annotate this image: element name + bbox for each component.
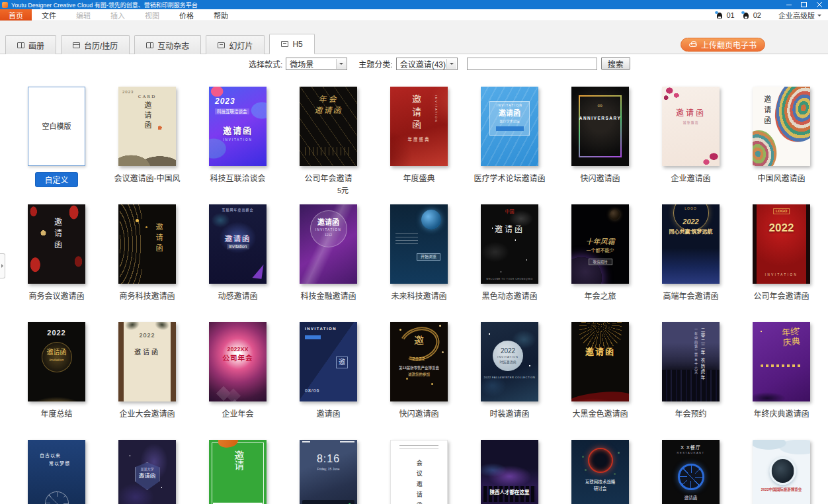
style-select[interactable]: 微场景: [286, 58, 347, 70]
app-logo-icon: [2, 2, 8, 8]
template-thumb[interactable]: 2023CARD邀请函: [118, 87, 176, 166]
template-thumb[interactable]: 邀请函: [28, 204, 85, 284]
menu-item-price[interactable]: 价格: [169, 9, 204, 21]
template-thumb[interactable]: 邀请函诚挚邀请: [662, 87, 720, 166]
thumb-text: 邀请函: [143, 101, 151, 131]
qq-account-icon[interactable]: [743, 11, 749, 19]
maximize-icon[interactable]: [796, 0, 811, 9]
template-thumb[interactable]: LOGO2022同心共赢 筑梦远航: [662, 204, 720, 284]
dropdown-arrow-box[interactable]: [336, 59, 346, 69]
template-thumb[interactable]: 二零二二年 农历虎年一年中的第三百五十六天: [662, 322, 720, 401]
thumb-text: LOGO: [773, 208, 790, 214]
menubar-right: 01 02 企业高级版: [716, 9, 828, 21]
template-thumb[interactable]: 邀2022第13届新零售产业博览会诚邀您的参加: [390, 322, 448, 401]
filter-bar: 选择款式: 微场景 主题分类: 会议邀请(43) 搜索: [249, 57, 828, 70]
thumb-text: 互联网技术战略: [585, 480, 616, 484]
menu-item-view: 视图: [135, 9, 169, 21]
template-thumb[interactable]: 某某大学邀请函: [118, 440, 176, 504]
thumb-text: 科技互联洽谈会: [215, 108, 249, 114]
close-icon[interactable]: [811, 0, 827, 9]
thumb-text: INVITATION: [497, 104, 523, 107]
template-thumb[interactable]: X X餐厅RESTAURANT邀请函: [662, 440, 720, 504]
template-thumb[interactable]: 年终庆典: [753, 322, 810, 401]
thumb-text: 邀请函: [52, 218, 62, 251]
thumb-text: 诚邀您的参加: [408, 372, 430, 376]
upload-ebook-button[interactable]: 上传翻页电子书: [681, 38, 765, 52]
template-thumb[interactable]: 2022邀请函Invitation: [28, 322, 85, 401]
account-label-1[interactable]: 01: [727, 11, 735, 19]
dropdown-arrow-box[interactable]: [446, 59, 456, 69]
thumb-text: 邀: [414, 335, 424, 347]
template-thumb[interactable]: 互联网技术战略研讨会: [571, 440, 629, 504]
template-thumb[interactable]: 邀请“会呼吸的空气”主题艺术展: [209, 440, 267, 504]
thumb-text: 邀请: [232, 450, 243, 470]
titlebar: Youtu Designer Creative Cloud 有图-领先的创意、营…: [0, 0, 828, 9]
template-thumb[interactable]: 会议邀请函: [390, 440, 448, 504]
template-thumb[interactable]: INVITATION邀请函医疗学术论坛: [481, 87, 538, 166]
content-area: 选择款式: 微场景 主题分类: 会议邀请(43) 搜索 空白模版自定义2023C…: [0, 57, 828, 504]
template-cell: 互联网年度高峰会邀请函Invitation动感邀请函: [209, 204, 267, 322]
tab-calendar[interactable]: 台历/挂历: [61, 35, 130, 54]
tab-slides[interactable]: 幻灯片: [206, 35, 265, 54]
template-thumb[interactable]: 互联网年度高峰会邀请函Invitation: [209, 204, 267, 284]
menu-item-file[interactable]: 文件: [32, 9, 66, 21]
template-thumb[interactable]: ANNIVERSARY: [571, 87, 629, 166]
template-thumb[interactable]: LOGO2022INVITATION: [753, 204, 810, 284]
template-thumb[interactable]: 2022邀请函: [118, 322, 176, 401]
menu-item-home[interactable]: 首页: [0, 9, 32, 21]
template-thumb[interactable]: 自古以来常以梦想: [28, 440, 85, 504]
template-thumb[interactable]: 开始浏览: [390, 204, 448, 284]
thumb-text: 2022: [139, 332, 155, 339]
style-select-value: 微场景: [290, 58, 313, 69]
template-label: 企业大会邀请函: [119, 407, 175, 419]
template-thumb[interactable]: 2023科技互联洽谈会邀请函INVITATION: [209, 87, 267, 166]
template-label: 年度盛典: [403, 172, 435, 183]
template-thumb[interactable]: 邀请函: [118, 204, 176, 284]
tab-magazine[interactable]: 互动杂志: [134, 35, 201, 54]
tab-h5[interactable]: H5: [269, 34, 314, 54]
template-thumb[interactable]: 邀请函INVITATION年度盛典: [390, 87, 448, 166]
template-cell: 邀请“会呼吸的空气”主题艺术展: [209, 440, 267, 504]
template-thumb[interactable]: 年会邀请函: [300, 87, 357, 166]
search-input[interactable]: [467, 58, 597, 70]
thumb-text: 年终庆典: [782, 326, 806, 348]
template-grid: 空白模版自定义2023CARD邀请函会议邀请函-中国风2023科技互联洽谈会邀请…: [0, 70, 828, 504]
template-thumb[interactable]: 8:16Friday, 15 June: [300, 440, 357, 504]
qq-account-icon[interactable]: [716, 11, 723, 19]
menu-item-help[interactable]: 帮助: [204, 9, 238, 21]
template-cell: 空白模版自定义: [28, 87, 85, 204]
template-thumb[interactable]: 陕西人才都在这里中国·西安: [481, 440, 538, 504]
thumb-text: 常以梦想: [49, 461, 70, 466]
tab-album[interactable]: 画册: [5, 35, 56, 54]
template-label: 邀请函: [316, 407, 340, 419]
template-thumb[interactable]: 邀请函: [571, 322, 629, 401]
template-thumb[interactable]: 2022INVITATION时装邀请函2022 FALL&WINTER COLL…: [481, 322, 538, 401]
customize-button[interactable]: 自定义: [35, 172, 77, 187]
thumb-text: 空白模版: [42, 122, 71, 131]
minimize-icon[interactable]: [781, 0, 796, 9]
template-thumb[interactable]: 2022XX公司年会: [209, 322, 267, 401]
template-price: 5元: [337, 185, 349, 195]
template-cell: 2023科技互联洽谈会邀请函INVITATION科技互联洽谈会: [209, 87, 267, 204]
blank-template-thumb[interactable]: 空白模版: [28, 87, 85, 166]
tab-strip: 画册 台历/挂历 互动杂志 幻灯片 H5 上传翻页电子书: [0, 21, 828, 54]
search-button[interactable]: 搜索: [601, 57, 630, 70]
thumb-text: ANNIVERSARY: [579, 116, 622, 120]
account-label-2[interactable]: 02: [753, 11, 761, 19]
template-thumb[interactable]: 十年风霜一个都不能少敬请期待: [571, 204, 629, 284]
thumb-text: 年度盛典: [408, 137, 431, 142]
plan-dropdown[interactable]: 企业高级版: [778, 10, 821, 21]
category-select[interactable]: 会议邀请(43): [396, 58, 458, 70]
menu-item-insert: 插入: [101, 9, 135, 21]
template-cell: 邀请函INVITATION1212科技金融邀请函: [300, 204, 357, 322]
window-controls: [781, 0, 827, 9]
slides-screen-icon: [218, 42, 225, 48]
thumb-text: 二零二二年 农历虎年: [700, 327, 705, 380]
template-thumb[interactable]: 邀请函: [753, 87, 810, 166]
template-thumb[interactable]: 邀请函INVITATION1212: [300, 204, 357, 284]
template-thumb[interactable]: 2022中国国际旅游博览会: [753, 440, 810, 504]
panel-expand-toggle[interactable]: [0, 253, 5, 278]
tab-label: 画册: [28, 40, 44, 51]
template-thumb[interactable]: INVITATION邀08/06: [300, 322, 357, 401]
template-thumb[interactable]: 中国邀请函WELCOME TO YOUR CHONGQING: [481, 204, 538, 284]
